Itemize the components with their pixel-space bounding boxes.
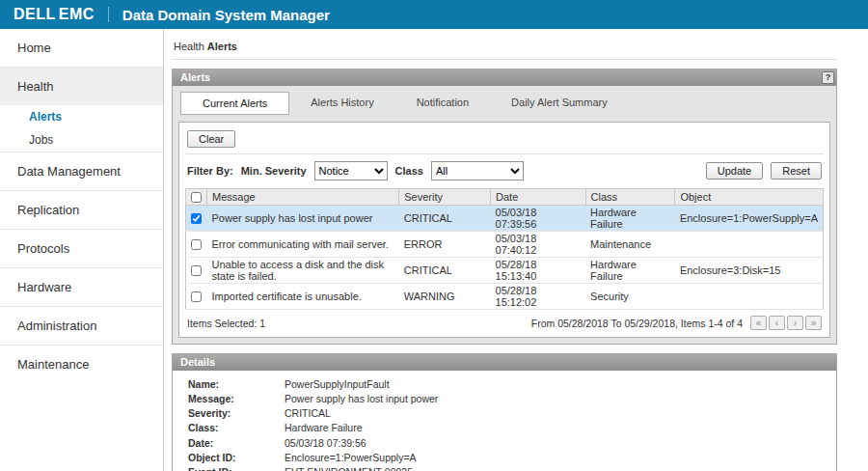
pagination-first-icon[interactable]: « <box>750 316 767 330</box>
detail-value: Hardware Failure <box>285 422 827 434</box>
alerts-panel: Alerts ? Current Alerts Alerts History N… <box>172 69 837 345</box>
tab-daily-alert-summary[interactable]: Daily Alert Summary <box>490 92 629 115</box>
pagination-next-icon[interactable]: › <box>787 316 803 330</box>
details-panel-title: Details <box>180 356 215 368</box>
column-header-date[interactable]: Date <box>491 189 586 206</box>
cell-message: Power supply has lost input power <box>207 206 399 232</box>
cell-date: 05/28/18 15:13:40 <box>491 258 586 284</box>
logo-divider <box>108 7 109 22</box>
table-row[interactable]: Power supply has lost input power CRITIC… <box>186 206 824 232</box>
detail-value: Enclosure=1:PowerSupply=A <box>285 452 827 464</box>
sidebar-item-home[interactable]: Home <box>0 29 163 67</box>
detail-label: Severity: <box>188 407 285 420</box>
dellemc-logo: DELLEMC <box>14 6 95 23</box>
table-row[interactable]: Unable to access a disk and the disk sta… <box>186 258 824 284</box>
detail-label: Class: <box>188 422 285 434</box>
cell-date: 05/03/18 07:40:12 <box>491 232 586 258</box>
detail-value: EVT-ENVIRONMENT-00025 <box>285 466 827 471</box>
breadcrumb-section[interactable]: Health <box>174 41 204 52</box>
pagination-prev-icon[interactable]: ‹ <box>769 316 785 330</box>
update-button[interactable]: Update <box>706 162 763 180</box>
details-panel-header: Details <box>173 354 836 371</box>
breadcrumb-page: Alerts <box>207 41 237 52</box>
row-checkbox[interactable] <box>191 291 202 302</box>
alerts-table: Message Severity Date Class Object Power… <box>185 188 824 310</box>
cell-object: Enclosure=1:PowerSupply=A <box>675 206 824 232</box>
row-checkbox[interactable] <box>191 265 202 276</box>
help-icon[interactable]: ? <box>822 71 834 84</box>
alerts-tabs: Current Alerts Alerts History Notificati… <box>178 92 830 115</box>
row-checkbox[interactable] <box>191 213 202 224</box>
detail-label: Object ID: <box>188 452 285 464</box>
detail-row-severity: Severity: CRITICAL <box>188 406 827 421</box>
cell-class: Maintenance <box>585 232 675 258</box>
tab-current-alerts[interactable]: Current Alerts <box>180 92 289 115</box>
pagination-last-icon[interactable]: » <box>805 316 822 330</box>
cell-message: Imported certificate is unusable. <box>207 284 399 310</box>
main-content: HealthAlerts Alerts ? Current Alerts Ale… <box>164 29 868 471</box>
sidebar: Home Health Alerts Jobs Data Management … <box>0 29 164 471</box>
table-footer: Items Selected: 1 From 05/28/2018 To 05/… <box>185 310 824 333</box>
alerts-panel-header: Alerts ? <box>173 69 836 86</box>
cell-message: Error communicating with mail server. <box>207 232 399 258</box>
sidebar-item-protocols[interactable]: Protocols <box>0 229 163 267</box>
cell-class: Hardware Failure <box>585 258 675 284</box>
cell-message: Unable to access a disk and the disk sta… <box>207 258 399 284</box>
detail-row-name: Name: PowerSupplyInputFault <box>188 377 827 392</box>
alerts-panel-body: Current Alerts Alerts History Notificati… <box>173 86 836 344</box>
detail-value: 05/03/18 07:39:56 <box>285 437 827 450</box>
cell-severity: CRITICAL <box>399 258 491 284</box>
detail-row-class: Class: Hardware Failure <box>188 421 827 435</box>
dell-logo-text: DELL <box>14 6 56 23</box>
min-severity-select[interactable]: Notice <box>314 161 388 180</box>
pagination: « ‹ › » <box>750 316 822 330</box>
emc-logo-text: EMC <box>59 6 95 23</box>
detail-value: CRITICAL <box>285 407 827 420</box>
cell-date: 05/28/18 15:12:02 <box>491 284 586 310</box>
table-row[interactable]: Error communicating with mail server. ER… <box>186 232 824 258</box>
app-header: DELLEMC Data Domain System Manager <box>0 0 868 29</box>
detail-label: Message: <box>188 393 285 405</box>
detail-row-event-id: Event ID: EVT-ENVIRONMENT-00025 <box>188 465 827 471</box>
column-header-message[interactable]: Message <box>207 189 399 206</box>
class-label: Class <box>395 165 423 177</box>
clear-button[interactable]: Clear <box>187 130 235 148</box>
sidebar-item-administration[interactable]: Administration <box>0 306 163 345</box>
detail-label: Event ID: <box>188 466 285 471</box>
select-all-checkbox[interactable] <box>191 192 202 203</box>
filter-by-label: Filter By: <box>187 165 233 177</box>
column-header-object[interactable]: Object <box>675 189 824 206</box>
filter-row: Filter By: Min. Severity Notice Class Al… <box>185 154 824 188</box>
detail-value: PowerSupplyInputFault <box>285 378 827 391</box>
cell-class: Security <box>585 284 675 310</box>
table-row[interactable]: Imported certificate is unusable. WARNIN… <box>186 284 824 310</box>
detail-row-date: Date: 05/03/18 07:39:56 <box>188 436 827 451</box>
cell-severity: WARNING <box>399 284 491 310</box>
tab-notification[interactable]: Notification <box>395 92 490 115</box>
detail-row-object-id: Object ID: Enclosure=1:PowerSupply=A <box>188 451 827 465</box>
cell-object: Enclosure=3:Disk=15 <box>675 258 824 284</box>
detail-label: Date: <box>188 437 285 450</box>
row-checkbox[interactable] <box>191 239 202 250</box>
cell-date: 05/03/18 07:39:56 <box>491 206 586 232</box>
items-selected-text: Items Selected: 1 <box>187 318 265 329</box>
reset-button[interactable]: Reset <box>771 162 822 180</box>
alerts-panel-title: Alerts <box>180 71 210 83</box>
breadcrumb: HealthAlerts <box>172 35 837 60</box>
sidebar-item-replication[interactable]: Replication <box>0 190 163 229</box>
app-title: Data Domain System Manager <box>122 7 330 23</box>
sidebar-item-hardware[interactable]: Hardware <box>0 267 163 306</box>
column-header-severity[interactable]: Severity <box>399 189 491 206</box>
class-select[interactable]: All <box>431 161 524 180</box>
cell-severity: ERROR <box>399 232 491 258</box>
sidebar-item-data-management[interactable]: Data Management <box>0 152 163 190</box>
min-severity-label: Min. Severity <box>241 165 307 177</box>
sidebar-item-maintenance[interactable]: Maintenance <box>0 345 163 383</box>
sidebar-item-alerts[interactable]: Alerts <box>0 105 163 128</box>
cell-object <box>675 284 824 310</box>
tab-alerts-history[interactable]: Alerts History <box>289 92 394 115</box>
cell-severity: CRITICAL <box>399 206 491 232</box>
column-header-class[interactable]: Class <box>585 189 675 206</box>
sidebar-item-health[interactable]: Health <box>0 67 163 105</box>
sidebar-item-jobs[interactable]: Jobs <box>0 128 163 152</box>
